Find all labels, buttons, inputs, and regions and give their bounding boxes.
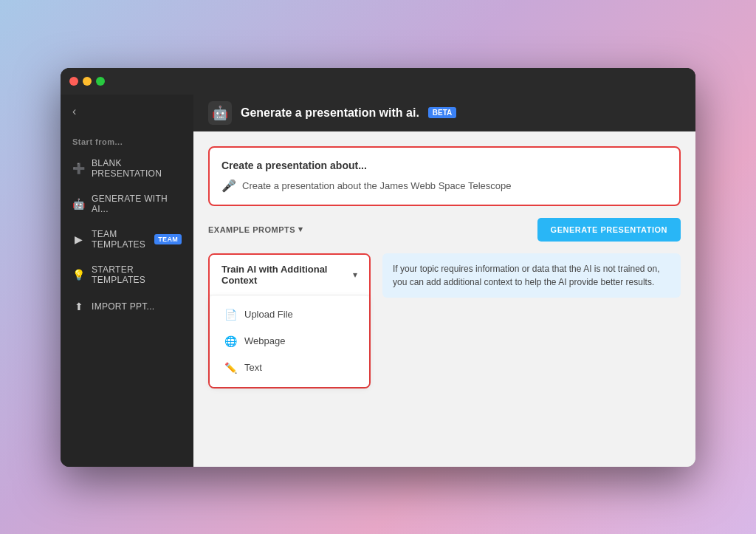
content-header: 🤖 Generate a presentation with ai. BETA: [193, 95, 695, 131]
main-content: ‹ Start from... ➕ Blank Presentation 🤖 G…: [61, 95, 695, 467]
sidebar-item-blank[interactable]: ➕ Blank Presentation: [61, 151, 193, 186]
sidebar: ‹ Start from... ➕ Blank Presentation 🤖 G…: [61, 95, 193, 467]
prompt-section: Create a presentation about... 🎤 Create …: [208, 146, 681, 206]
plus-icon: ➕: [72, 162, 86, 175]
prompt-input-row: 🎤 Create a presentation about the James …: [221, 179, 667, 193]
globe-icon: 🌐: [224, 335, 237, 347]
content-area: 🤖 Generate a presentation with ai. BETA …: [193, 95, 695, 467]
titlebar: [61, 68, 695, 95]
sidebar-item-starter-label: Starter Templates: [92, 264, 182, 285]
sidebar-item-generate[interactable]: 🤖 Generate with AI...: [61, 186, 193, 222]
webpage-label: Webpage: [244, 335, 285, 346]
pencil-icon: ✏️: [224, 362, 237, 374]
webpage-item[interactable]: 🌐 Webpage: [210, 328, 369, 355]
upload-file-label: Upload File: [244, 309, 293, 320]
sidebar-item-starter-templates[interactable]: 💡 Starter Templates: [61, 257, 193, 292]
sidebar-item-team-label: Team Templates: [92, 229, 145, 250]
generate-presentation-button[interactable]: GENERATE PRESENTATION: [537, 218, 681, 242]
play-icon: ▶: [72, 233, 86, 246]
content-body: Create a presentation about... 🎤 Create …: [193, 131, 695, 467]
app-window: ‹ Start from... ➕ Blank Presentation 🤖 G…: [61, 68, 695, 467]
team-badge: TEAM: [154, 234, 182, 244]
train-ai-chevron-icon: ▾: [353, 270, 357, 280]
upload-file-item[interactable]: 📄 Upload File: [210, 301, 369, 328]
minimize-button[interactable]: [83, 77, 92, 86]
info-box: If your topic requires information or da…: [382, 253, 681, 298]
sidebar-item-import-ppt[interactable]: ⬆ Import PPT...: [61, 292, 193, 321]
train-ai-container: Train AI with Additional Context ▾ 📄 Upl…: [208, 253, 371, 388]
train-ai-title: Train AI with Additional Context: [221, 264, 353, 286]
sidebar-item-team-templates[interactable]: ▶ Team Templates TEAM: [61, 222, 193, 257]
sidebar-item-generate-label: Generate with AI...: [92, 194, 182, 214]
header-title: Generate a presentation with ai.: [241, 106, 419, 120]
mic-icon: 🎤: [221, 179, 236, 193]
back-icon: ‹: [72, 105, 76, 118]
sidebar-item-import-label: Import PPT...: [92, 301, 154, 312]
beta-badge: BETA: [428, 107, 456, 118]
text-item[interactable]: ✏️ Text: [210, 355, 369, 381]
lightbulb-icon: 💡: [72, 268, 86, 281]
train-ai-menu: 📄 Upload File 🌐 Webpage ✏️ Text: [210, 295, 369, 387]
robot-icon: 🤖: [72, 197, 86, 210]
back-button[interactable]: ‹: [61, 95, 193, 129]
example-prompts-button[interactable]: EXAMPLE PROMPTS ▾: [208, 225, 303, 234]
bottom-section: Train AI with Additional Context ▾ 📄 Upl…: [208, 253, 681, 388]
text-label: Text: [244, 362, 262, 373]
document-icon: 📄: [224, 309, 237, 321]
sidebar-section-label: Start from...: [61, 129, 193, 151]
bot-icon: 🤖: [208, 101, 232, 125]
upload-icon: ⬆: [72, 300, 86, 313]
traffic-lights: [69, 77, 105, 86]
prompt-text[interactable]: Create a presentation about the James We…: [242, 180, 511, 191]
close-button[interactable]: [69, 77, 78, 86]
toolbar-row: EXAMPLE PROMPTS ▾ GENERATE PRESENTATION: [208, 218, 681, 242]
example-prompts-label: EXAMPLE PROMPTS: [208, 225, 295, 234]
train-ai-header[interactable]: Train AI with Additional Context ▾: [210, 255, 369, 295]
chevron-down-icon: ▾: [298, 225, 303, 234]
maximize-button[interactable]: [96, 77, 105, 86]
sidebar-item-blank-label: Blank Presentation: [92, 158, 182, 179]
prompt-label: Create a presentation about...: [221, 160, 667, 171]
